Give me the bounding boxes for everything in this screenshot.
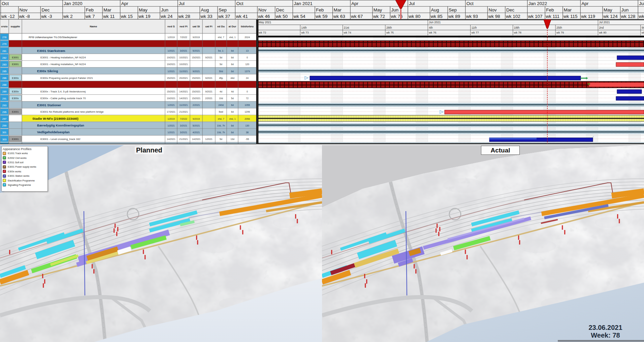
svg-text:Name: Name bbox=[90, 25, 97, 28]
svg-text:Dec: Dec bbox=[506, 7, 514, 12]
svg-text:E3001 - Level crossing_track 1: E3001 - Level crossing_track 162 bbox=[40, 138, 80, 141]
svg-text:Sep: Sep bbox=[449, 7, 457, 12]
svg-text:2nd: 2nd bbox=[599, 26, 604, 29]
svg-text:wk 93: wk 93 bbox=[466, 14, 478, 19]
svg-text:Oct: Oct bbox=[236, 1, 243, 6]
svg-text:0: 0 bbox=[247, 56, 248, 59]
svg-text:Nov: Nov bbox=[20, 7, 28, 12]
svg-text:10/2021: 10/2021 bbox=[179, 56, 188, 59]
svg-text:E3001: E3001 bbox=[12, 56, 19, 59]
svg-text:1055: 1055 bbox=[245, 104, 250, 106]
svg-text:9th: 9th bbox=[642, 26, 644, 29]
svg-text:9/2021: 9/2021 bbox=[205, 77, 213, 79]
svg-text:Apr: Apr bbox=[121, 1, 129, 6]
svg-text:21/2021: 21/2021 bbox=[179, 111, 188, 113]
svg-text:50d: 50d bbox=[219, 70, 223, 73]
svg-text:297: 297 bbox=[2, 117, 7, 120]
svg-text:1/2021: 1/2021 bbox=[205, 138, 213, 140]
svg-text:ersio: ersio bbox=[1, 25, 7, 28]
svg-text:Feb: Feb bbox=[316, 7, 324, 12]
svg-text:wk 74: wk 74 bbox=[344, 31, 351, 34]
svg-text:Oct: Oct bbox=[466, 1, 474, 6]
svg-text:E300x - Track 3,4, 5 på Vester: E300x - Track 3,4, 5 på Vesterskovvej bbox=[40, 90, 86, 93]
svg-text:ned S: ned S bbox=[167, 25, 175, 28]
svg-text:-55: -55 bbox=[246, 138, 249, 140]
svg-text:Dec: Dec bbox=[41, 7, 50, 12]
svg-text:1/2021: 1/2021 bbox=[167, 70, 175, 73]
svg-text:May 2021: May 2021 bbox=[259, 21, 271, 24]
svg-text:20/2021: 20/2021 bbox=[179, 77, 188, 79]
svg-text:9/2021: 9/2021 bbox=[205, 90, 213, 93]
svg-text:wk 76: wk 76 bbox=[428, 31, 436, 34]
svg-text:1/2021: 1/2021 bbox=[167, 104, 175, 106]
svg-text:18th: 18th bbox=[514, 26, 520, 29]
svg-text:wk 15: wk 15 bbox=[121, 14, 133, 19]
svg-text:45p: 45p bbox=[219, 77, 223, 80]
svg-text:wk 7: wk 7 bbox=[85, 14, 95, 19]
svg-text:5d: 5d bbox=[231, 97, 234, 99]
svg-text:2056: 2056 bbox=[245, 118, 250, 120]
svg-text:15/2021: 15/2021 bbox=[167, 90, 175, 93]
svg-text:25th: 25th bbox=[556, 26, 562, 29]
svg-text:21/2021: 21/2021 bbox=[179, 138, 188, 140]
svg-text:ned Fi: ned Fi bbox=[180, 25, 188, 28]
svg-text:wk 80: wk 80 bbox=[599, 31, 606, 34]
svg-text:4/2021: 4/2021 bbox=[193, 131, 200, 134]
svg-text:wk 79: wk 79 bbox=[556, 31, 564, 34]
svg-text:wk 80: wk 80 bbox=[408, 14, 420, 19]
svg-text:4th: 4th bbox=[429, 26, 433, 29]
svg-text:7/2022: 7/2022 bbox=[180, 118, 187, 120]
svg-text:4d: 4d bbox=[220, 90, 222, 93]
svg-text:19/2021: 19/2021 bbox=[167, 97, 175, 99]
svg-text:11/2021: 11/2021 bbox=[180, 104, 188, 106]
svg-text:14/2021: 14/2021 bbox=[167, 138, 175, 140]
svg-text:2024: 2024 bbox=[245, 36, 250, 38]
svg-text:wk 128: wk 128 bbox=[621, 14, 636, 19]
svg-text:293: 293 bbox=[2, 104, 7, 107]
svg-text:Nov: Nov bbox=[488, 7, 496, 12]
svg-text:wk 63: wk 63 bbox=[333, 14, 345, 19]
svg-text:3/2021: 3/2021 bbox=[180, 124, 187, 127]
svg-text:ed Du: ed Du bbox=[217, 25, 225, 28]
svg-text:Jul: Jul bbox=[409, 1, 415, 6]
svg-text:282: 282 bbox=[2, 56, 7, 59]
svg-text:9/2019: 9/2019 bbox=[193, 36, 200, 38]
svg-text:10d, 7h: 10d, 7h bbox=[217, 131, 225, 134]
svg-text:xhd, 7: xhd, 7 bbox=[218, 36, 224, 38]
svg-text:Stadie W-NFx (219000-223440): Stadie W-NFx (219000-223440) bbox=[32, 117, 78, 120]
svg-text:11/2021: 11/2021 bbox=[180, 70, 188, 73]
svg-text:E3001 Nx Rebuild platforms and: E3001 Nx Rebuild platforms and new platf… bbox=[40, 110, 104, 113]
svg-text:1/2021: 1/2021 bbox=[167, 124, 175, 127]
svg-text:13: 13 bbox=[246, 50, 249, 52]
svg-text:2/2021: 2/2021 bbox=[205, 97, 213, 99]
svg-text:130: 130 bbox=[245, 124, 249, 127]
svg-text:13d: 13d bbox=[230, 138, 234, 140]
svg-text:240d: 240d bbox=[218, 104, 224, 106]
svg-text:wk 33: wk 33 bbox=[200, 14, 212, 19]
svg-text:Vedligeholdelsesplan: Vedligeholdelsesplan bbox=[37, 130, 70, 134]
svg-text:72: 72 bbox=[246, 97, 249, 99]
svg-text:Apr: Apr bbox=[351, 1, 359, 6]
svg-text:Jan 2021: Jan 2021 bbox=[294, 1, 313, 6]
svg-text:Apr: Apr bbox=[581, 1, 589, 6]
svg-text:Jan 2020: Jan 2020 bbox=[64, 1, 83, 6]
svg-text:wk 54: wk 54 bbox=[293, 14, 305, 19]
svg-text:E3001 Stationer: E3001 Stationer bbox=[37, 103, 61, 107]
svg-text:288: 288 bbox=[2, 83, 7, 86]
svg-text:19/2021: 19/2021 bbox=[167, 63, 175, 65]
svg-text:wk -3: wk -3 bbox=[41, 14, 52, 19]
svg-text:Jun: Jun bbox=[391, 7, 398, 12]
svg-text:285: 285 bbox=[2, 70, 7, 73]
svg-text:wk 111: wk 111 bbox=[545, 14, 559, 19]
svg-text:6d: 6d bbox=[231, 131, 234, 134]
svg-text:7/2022: 7/2022 bbox=[180, 36, 187, 38]
svg-text:5d: 5d bbox=[220, 63, 222, 65]
svg-text:5d: 5d bbox=[220, 56, 222, 59]
svg-text:17/2021: 17/2021 bbox=[167, 111, 175, 113]
svg-text:303: 303 bbox=[2, 138, 7, 141]
svg-text:5/2021: 5/2021 bbox=[193, 50, 200, 52]
svg-text:286: 286 bbox=[2, 77, 7, 80]
svg-text:14th: 14th bbox=[301, 26, 307, 29]
svg-text:E3001 Stærkstrøm: E3001 Stærkstrøm bbox=[37, 49, 65, 53]
svg-text:Dec: Dec bbox=[276, 7, 284, 12]
